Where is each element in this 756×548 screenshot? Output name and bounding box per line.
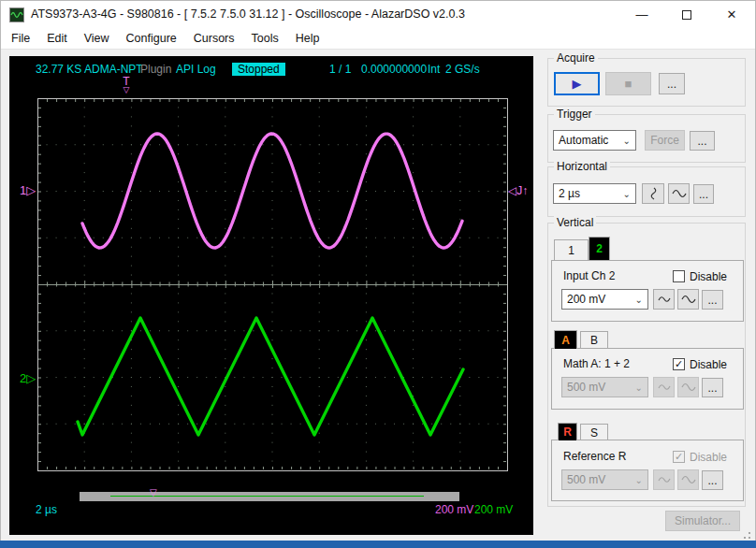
horizontal-pan-bar[interactable]: ▽ (80, 492, 459, 501)
close-button[interactable]: ✕ (710, 1, 753, 28)
input-ch2-more-button[interactable]: ... (702, 290, 723, 310)
resize-grip-icon[interactable] (744, 532, 750, 539)
reference-r-range-value: 500 mV (567, 473, 605, 486)
minimize-button[interactable]: — (620, 1, 663, 28)
input-ch2-coupling-button[interactable] (653, 289, 675, 310)
sine-icon (671, 187, 688, 200)
input-ch2-range-select[interactable]: 200 mV ⌄ (561, 289, 648, 310)
math-a-title: Math A: 1 + 2 (563, 357, 630, 370)
ac-coupling-icon (657, 474, 672, 485)
sine-icon (680, 381, 697, 394)
chevron-down-icon: ⌄ (623, 136, 631, 146)
math-a-range-select[interactable]: 500 mV ⌄ (561, 377, 648, 397)
acquire-stop-button[interactable]: ■ (605, 72, 651, 95)
reference-r-more-button[interactable]: ... (702, 470, 723, 490)
menu-item-tools[interactable]: Tools (243, 29, 287, 48)
horizontal-timebase-value: 2 µs (559, 187, 580, 200)
tab-reference-r[interactable]: R (558, 423, 577, 440)
ac-coupling-icon (657, 294, 672, 305)
horizontal-more-button[interactable]: ... (693, 184, 714, 204)
reference-r-bandwidth-button[interactable] (677, 469, 699, 490)
reference-r-title: Reference R (563, 450, 626, 463)
acquire-start-button[interactable]: ▶ (554, 72, 600, 95)
window-bottom-edge (0, 541, 756, 548)
math-a-more-button[interactable]: ... (702, 378, 723, 397)
app-window: ATS9373-A3-4G - S980816 - [ 7.5.2 7.5.0 … (0, 0, 756, 548)
math-a-coupling-button[interactable] (653, 377, 675, 397)
acquire-group: Acquire ▶ ■ ... (547, 58, 746, 107)
input-ch2-bandwidth-button[interactable] (677, 289, 699, 310)
channel1-marker[interactable]: 1▷ (20, 183, 36, 197)
tab-reference-s[interactable]: S (580, 424, 608, 440)
pan-bar-trigger-thumb[interactable]: ▽ (150, 487, 157, 498)
math-a-range-value: 500 mV (567, 381, 605, 394)
trigger-source-select[interactable]: Automatic ⌄ (553, 130, 636, 151)
input-ch2-disable-label: Disable (690, 270, 727, 283)
math-a-bandwidth-button[interactable] (677, 377, 699, 397)
horizontal-pulse-view-button[interactable] (642, 183, 664, 204)
tab-channel-2[interactable]: 2 (589, 237, 610, 260)
footer-timebase: 2 µs (36, 503, 57, 516)
horizontal-sine-view-button[interactable] (668, 183, 690, 204)
play-icon: ▶ (573, 77, 582, 91)
tab-math-a[interactable]: A (554, 330, 577, 349)
arrow-up-icon: ↑ (522, 184, 528, 197)
trigger-force-button[interactable]: Force (645, 130, 685, 151)
menu-item-view[interactable]: View (76, 29, 118, 48)
input-ch2-disable-checkbox[interactable] (673, 270, 685, 282)
maximize-button[interactable] (665, 1, 708, 28)
triangle-right-icon: ▷ (26, 183, 36, 197)
triangle-left-icon: ◁ (508, 184, 516, 197)
tab-math-b[interactable]: B (580, 331, 608, 349)
tab-channel-1[interactable]: 1 (554, 239, 589, 260)
sine-icon (680, 293, 697, 306)
vertical-group-label: Vertical (554, 216, 596, 229)
horizontal-timebase-select[interactable]: 2 µs ⌄ (553, 183, 636, 204)
stop-icon: ■ (625, 77, 632, 91)
footer-ch2-scale: 200 mV (474, 503, 513, 516)
trigger-level-marker[interactable]: ◁J↑ (508, 184, 528, 197)
footer-ch1-scale: 200 mV (435, 503, 473, 516)
menu-item-cursors[interactable]: Cursors (185, 29, 243, 48)
pan-bar-range-line (110, 496, 424, 497)
vertical-group: Vertical 1 2 Input Ch 2 Disable 200 mV ⌄… (547, 223, 746, 507)
reference-r-disable-label: Disable (690, 451, 727, 464)
triangle-right-icon: ▷ (26, 371, 36, 385)
ac-coupling-icon (657, 382, 672, 393)
trigger-group: Trigger Automatic ⌄ Force ... (547, 114, 746, 163)
menu-bar: File Edit View Configure Cursors Tools H… (1, 28, 755, 50)
menu-item-file[interactable]: File (3, 29, 38, 48)
chevron-down-icon: ⌄ (635, 295, 643, 305)
math-a-disable-label: Disable (690, 358, 727, 371)
check-icon: ✓ (675, 358, 683, 370)
window-title: ATS9373-A3-4G - S980816 - [ 7.5.2 7.5.0 … (31, 7, 465, 21)
menu-item-edit[interactable]: Edit (38, 29, 76, 48)
app-icon (9, 7, 24, 22)
reference-r-range-select[interactable]: 500 mV ⌄ (561, 469, 648, 490)
reference-r-disable-checkbox[interactable]: ✓ (673, 451, 685, 463)
acquire-group-label: Acquire (554, 51, 598, 65)
pulse-icon (647, 186, 660, 201)
input-ch2-range-value: 200 mV (567, 293, 605, 306)
menu-item-configure[interactable]: Configure (118, 29, 185, 48)
acquire-more-button[interactable]: ... (659, 73, 685, 94)
trigger-more-button[interactable]: ... (690, 131, 715, 151)
chevron-down-icon: ⌄ (623, 189, 631, 199)
scope-display: 32.77 KS ADMA-NPT Plugin API Log Stopped… (9, 56, 533, 535)
reference-r-card: Reference R ✓ Disable 500 mV ⌄ ... (551, 440, 744, 501)
title-bar: ATS9373-A3-4G - S980816 - [ 7.5.2 7.5.0 … (1, 1, 755, 28)
horizontal-group-label: Horizontal (554, 160, 610, 173)
trigger-source-value: Automatic (559, 134, 608, 147)
channel2-marker[interactable]: 2▷ (20, 371, 36, 385)
sine-icon (680, 473, 697, 486)
trigger-group-label: Trigger (554, 108, 595, 121)
maximize-icon (682, 10, 691, 20)
menu-item-help[interactable]: Help (287, 29, 328, 48)
waveform-canvas (9, 56, 533, 535)
input-ch2-title: Input Ch 2 (563, 269, 615, 282)
reference-r-coupling-button[interactable] (653, 469, 675, 490)
math-a-disable-checkbox[interactable]: ✓ (673, 358, 685, 370)
simulator-button[interactable]: Simulator... (665, 511, 740, 531)
math-a-card: Math A: 1 + 2 ✓ Disable 500 mV ⌄ ... (551, 348, 744, 410)
horizontal-group: Horizontal 2 µs ⌄ ... (547, 166, 746, 217)
